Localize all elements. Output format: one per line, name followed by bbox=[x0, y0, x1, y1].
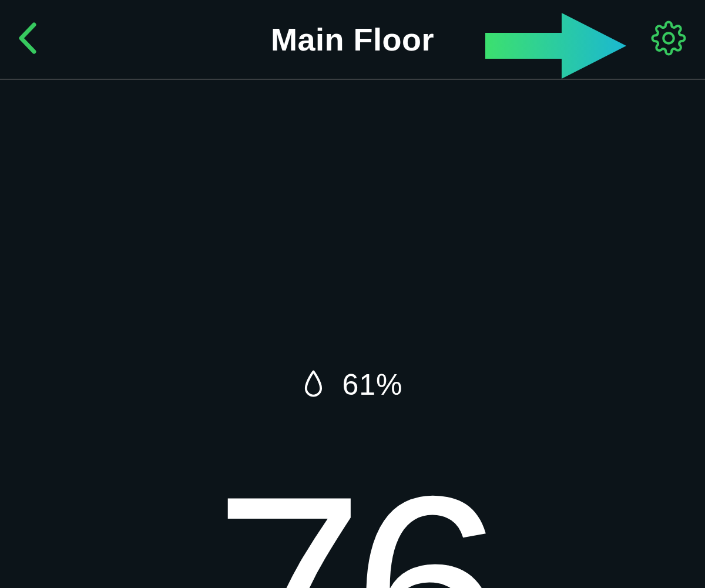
gear-icon bbox=[651, 21, 686, 58]
humidity-value: 61% bbox=[342, 368, 402, 402]
droplet-icon bbox=[302, 369, 324, 400]
chevron-left-icon bbox=[15, 21, 39, 58]
main-content: 61% 76 bbox=[0, 80, 705, 588]
back-button[interactable] bbox=[13, 22, 41, 57]
temperature-value: 76 bbox=[214, 456, 491, 588]
page-title: Main Floor bbox=[271, 21, 434, 58]
settings-button[interactable] bbox=[650, 21, 687, 58]
header-bar: Main Floor bbox=[0, 0, 705, 80]
humidity-display: 61% bbox=[302, 368, 402, 402]
